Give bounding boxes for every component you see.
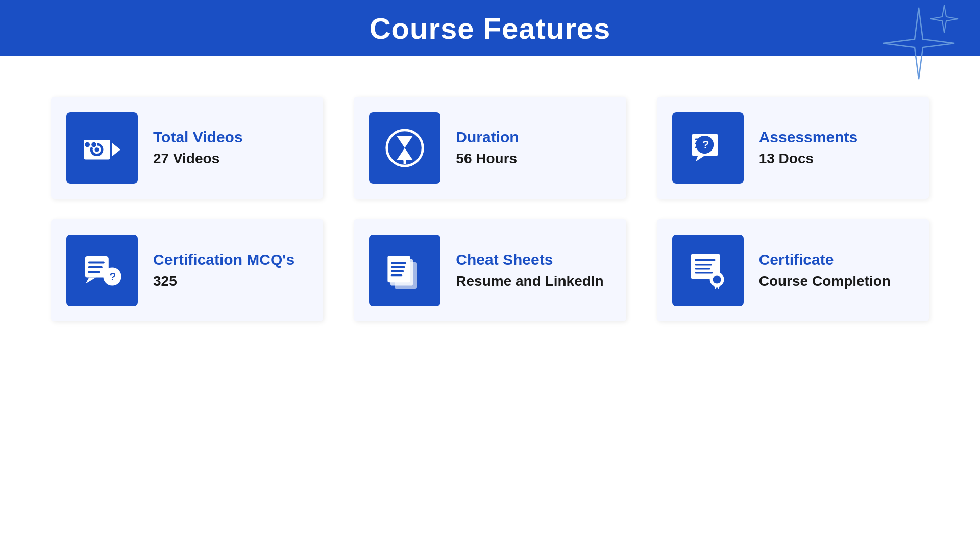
feature-card-certification-mcq: ? Certification MCQ's 325	[51, 219, 323, 321]
certificate-icon-box	[672, 235, 744, 306]
cheat-sheets-icon-box	[369, 235, 440, 306]
svg-rect-31	[695, 268, 710, 269]
assessments-icon-box: ?	[672, 112, 744, 184]
svg-rect-18	[88, 271, 100, 273]
svg-rect-14	[695, 147, 701, 148]
sheets-icon	[384, 250, 425, 291]
duration-text: Duration 56 Hours	[456, 128, 519, 168]
certification-mcq-value: 325	[153, 272, 295, 290]
total-videos-text: Total Videos 27 Videos	[153, 128, 243, 168]
mcq-icon: ?	[82, 250, 122, 291]
total-videos-label: Total Videos	[153, 128, 243, 146]
svg-marker-6	[112, 143, 120, 156]
certificate-text: Certificate Course Completion	[759, 251, 891, 290]
feature-card-total-videos: Total Videos 27 Videos	[51, 97, 323, 199]
feature-card-assessments: ? Assessments 13 Docs	[657, 97, 929, 199]
cheat-sheets-label: Cheat Sheets	[456, 251, 603, 269]
certification-mcq-icon-box: ?	[66, 235, 138, 306]
svg-rect-30	[695, 264, 712, 265]
star-decoration-icon	[878, 3, 960, 84]
duration-value: 56 Hours	[456, 149, 519, 168]
svg-text:?: ?	[702, 138, 709, 151]
svg-rect-12	[695, 139, 702, 140]
certification-mcq-text: Certification MCQ's 325	[153, 251, 295, 290]
svg-rect-8	[404, 158, 406, 164]
assessments-label: Assessments	[759, 128, 857, 146]
cheat-sheets-value: Resume and LinkedIn	[456, 272, 603, 290]
certificate-label: Certificate	[759, 251, 891, 269]
cheat-sheets-text: Cheat Sheets Resume and LinkedIn	[456, 251, 603, 290]
svg-point-4	[85, 142, 90, 147]
hourglass-icon	[384, 128, 425, 168]
total-videos-icon-box	[66, 112, 138, 184]
svg-rect-27	[391, 274, 402, 276]
svg-text:?: ?	[109, 270, 116, 282]
svg-rect-13	[695, 143, 700, 144]
certificate-icon	[688, 250, 728, 291]
svg-rect-16	[88, 261, 105, 263]
svg-rect-29	[695, 259, 715, 261]
svg-rect-17	[88, 266, 103, 268]
svg-point-3	[95, 147, 99, 152]
assessments-text: Assessments 13 Docs	[759, 128, 857, 168]
features-grid: Total Videos 27 Videos Duration 56 Hours	[0, 56, 980, 352]
assessment-icon: ?	[688, 128, 728, 168]
certification-mcq-label: Certification MCQ's	[153, 251, 295, 269]
svg-point-34	[713, 276, 721, 284]
page-header: Course Features	[0, 0, 980, 56]
svg-rect-25	[391, 266, 405, 268]
page-title: Course Features	[370, 11, 611, 45]
duration-label: Duration	[456, 128, 519, 146]
svg-point-5	[91, 142, 96, 147]
feature-card-duration: Duration 56 Hours	[354, 97, 626, 199]
assessments-value: 13 Docs	[759, 149, 857, 168]
svg-rect-23	[388, 256, 410, 282]
duration-icon-box	[369, 112, 440, 184]
svg-rect-32	[695, 272, 713, 273]
svg-rect-26	[391, 270, 404, 272]
svg-rect-24	[391, 262, 406, 264]
total-videos-value: 27 Videos	[153, 149, 243, 168]
feature-card-certificate: Certificate Course Completion	[657, 219, 929, 321]
feature-card-cheat-sheets: Cheat Sheets Resume and LinkedIn	[354, 219, 626, 321]
video-icon	[82, 128, 122, 168]
certificate-value: Course Completion	[759, 272, 891, 290]
